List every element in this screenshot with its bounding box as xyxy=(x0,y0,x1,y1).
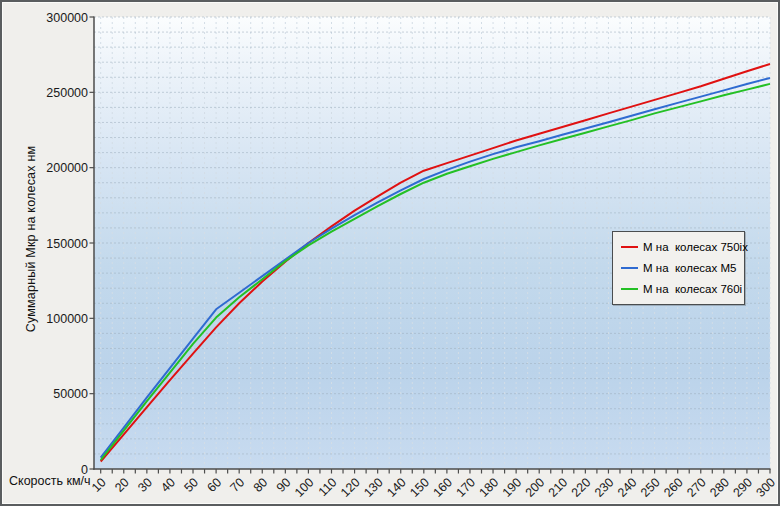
y-tick-label: 150000 xyxy=(46,237,88,251)
x-tick-label: 50 xyxy=(181,475,201,495)
x-tick-label: 280 xyxy=(707,475,732,500)
legend-item: М на колесах М5 xyxy=(613,258,744,278)
x-tick-label: 90 xyxy=(274,475,294,495)
x-tick-label: 40 xyxy=(158,475,178,495)
x-tick-label: 260 xyxy=(661,475,686,500)
x-tick-label: 140 xyxy=(384,475,409,500)
x-axis-title: Скорость км/ч xyxy=(9,474,91,488)
x-tick-label: 70 xyxy=(228,475,248,495)
y-tick-label: 250000 xyxy=(46,86,88,100)
y-tick-label: 100000 xyxy=(46,312,88,326)
x-tick-label: 220 xyxy=(569,475,594,500)
y-tick-label: 50000 xyxy=(53,387,88,401)
x-tick-label: 160 xyxy=(430,475,455,500)
x-tick-label: 20 xyxy=(112,475,132,495)
chart-window: 1020304050607080901001101201301401501601… xyxy=(0,0,780,506)
y-tick-labels: 050000100000150000200000250000300000 xyxy=(46,11,88,477)
legend-item: М на колесах 750ix xyxy=(613,237,744,257)
x-tick-label: 10 xyxy=(89,475,109,495)
y-axis-title: Суммарный Мкр на колесах нм xyxy=(24,124,38,354)
x-tick-label: 190 xyxy=(500,475,525,500)
x-tick-label: 30 xyxy=(135,475,155,495)
x-tick-label: 80 xyxy=(251,475,271,495)
legend: М на колесах 750ixМ на колесах М5М на ко… xyxy=(612,231,745,305)
x-tick-label: 230 xyxy=(592,475,617,500)
legend-label: М на колесах М5 xyxy=(643,262,736,274)
x-tick-label: 170 xyxy=(453,475,478,500)
x-tick-label: 240 xyxy=(615,475,640,500)
x-tick-label: 150 xyxy=(407,475,432,500)
legend-item: М на колесах 760i xyxy=(613,279,744,299)
x-tick-label: 180 xyxy=(477,475,502,500)
x-tick-label: 60 xyxy=(204,475,224,495)
x-tick-label: 120 xyxy=(338,475,363,500)
x-tick-label: 200 xyxy=(523,475,548,500)
legend-label: М на колесах 750ix xyxy=(643,241,748,253)
x-tick-label: 130 xyxy=(361,475,386,500)
legend-line-swatch xyxy=(621,246,638,248)
x-tick-label: 300 xyxy=(753,475,778,500)
x-tick-label: 100 xyxy=(292,475,317,500)
x-tick-label: 110 xyxy=(316,475,340,499)
legend-label: М на колесах 760i xyxy=(643,283,742,295)
x-tick-label: 210 xyxy=(546,475,571,500)
y-tick-label: 200000 xyxy=(46,161,88,175)
legend-line-swatch xyxy=(621,267,638,269)
y-tick-label: 300000 xyxy=(46,11,88,25)
x-tick-label: 270 xyxy=(684,475,709,500)
x-tick-label: 250 xyxy=(638,475,663,500)
x-tick-labels: 1020304050607080901001101201301401501601… xyxy=(89,475,778,500)
legend-line-swatch xyxy=(621,288,638,290)
x-tick-label: 290 xyxy=(730,475,755,500)
